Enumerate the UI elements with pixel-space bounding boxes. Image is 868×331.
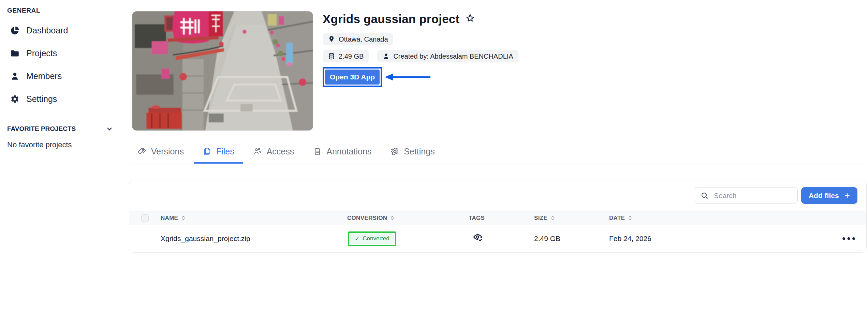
page-title: Xgrids gaussian project bbox=[323, 12, 459, 26]
tab-label: Access bbox=[267, 147, 294, 156]
main-content: Xgrids gaussian project Ottawa, Canada bbox=[120, 0, 868, 253]
gear-outline-icon bbox=[390, 147, 399, 156]
column-header-name[interactable]: NAME bbox=[161, 215, 347, 222]
sidebar: GENERAL Dashboard Projects Members bbox=[0, 0, 120, 331]
sidebar-item-projects[interactable]: Projects bbox=[0, 42, 120, 65]
annotation-highlight-converted: ✓ Converted bbox=[348, 231, 396, 246]
favorite-projects-label: FAVORITE PROJECTS bbox=[7, 125, 76, 133]
open-3d-app-button[interactable]: Open 3D App bbox=[325, 70, 380, 85]
table-header: NAME CONVERSION TAGS SIZE bbox=[129, 211, 866, 225]
pie-chart-icon bbox=[10, 26, 19, 35]
database-icon bbox=[328, 52, 335, 60]
created-by-badge: Created by: Abdessalam BENCHADLIA bbox=[377, 50, 518, 62]
sidebar-section-label: GENERAL bbox=[7, 7, 120, 14]
folder-icon bbox=[10, 49, 19, 58]
file-name: Xgrids_gaussian_project.zip bbox=[161, 235, 347, 243]
tab-versions[interactable]: Versions bbox=[129, 141, 192, 164]
row-actions-menu[interactable]: ••• bbox=[826, 237, 867, 241]
location-badge: Ottawa, Canada bbox=[323, 33, 393, 45]
tab-settings[interactable]: Settings bbox=[382, 141, 443, 164]
clipboard-icon bbox=[313, 147, 322, 156]
conversion-status-badge: ✓ Converted bbox=[350, 234, 394, 244]
sidebar-item-members[interactable]: Members bbox=[0, 65, 120, 88]
sidebar-item-dashboard[interactable]: Dashboard bbox=[0, 19, 120, 42]
location-pin-icon bbox=[328, 35, 335, 43]
tab-label: Annotations bbox=[326, 147, 371, 156]
star-icon bbox=[465, 13, 475, 24]
project-thumbnail bbox=[132, 11, 313, 131]
sidebar-item-label: Members bbox=[26, 71, 62, 81]
search-icon bbox=[701, 192, 709, 200]
column-header-size[interactable]: SIZE bbox=[534, 215, 609, 222]
search-input[interactable] bbox=[714, 192, 792, 200]
select-all-checkbox[interactable] bbox=[141, 214, 149, 222]
plus-icon: + bbox=[844, 191, 850, 200]
column-header-conversion[interactable]: CONVERSION bbox=[347, 215, 469, 222]
tab-label: Settings bbox=[404, 147, 435, 156]
tags-icon bbox=[137, 147, 147, 156]
column-header-date[interactable]: DATE bbox=[609, 215, 826, 222]
sidebar-item-label: Settings bbox=[26, 94, 57, 104]
tab-files[interactable]: Files bbox=[194, 141, 243, 164]
sort-icon bbox=[180, 215, 186, 221]
sidebar-divider bbox=[3, 117, 116, 117]
check-icon: ✓ bbox=[355, 235, 359, 242]
ellipsis-icon: ••• bbox=[842, 234, 857, 244]
table-row[interactable]: Xgrids_gaussian_project.zip ✓ Converted bbox=[129, 225, 866, 252]
search-box[interactable] bbox=[695, 187, 798, 204]
gear-icon bbox=[10, 94, 19, 104]
tab-access[interactable]: Access bbox=[245, 141, 303, 164]
eye-check-icon[interactable] bbox=[473, 232, 484, 243]
size-badge: 2.49 GB bbox=[323, 50, 369, 62]
sidebar-item-label: Dashboard bbox=[26, 26, 68, 35]
tab-label: Versions bbox=[151, 147, 184, 156]
chevron-down-icon bbox=[105, 125, 114, 133]
add-files-button[interactable]: Add files + bbox=[801, 187, 857, 204]
tab-label: Files bbox=[216, 147, 234, 156]
person-icon bbox=[382, 52, 390, 60]
files-panel: Add files + NAME CONVERSION TAGS bbox=[129, 180, 867, 253]
location-text: Ottawa, Canada bbox=[339, 35, 388, 43]
project-tabs: Versions Files Access bbox=[129, 141, 867, 164]
tab-annotations[interactable]: Annotations bbox=[304, 141, 380, 164]
people-icon bbox=[253, 147, 262, 156]
add-files-label: Add files bbox=[809, 192, 839, 200]
files-icon bbox=[203, 147, 212, 156]
created-by-text: Created by: Abdessalam BENCHADLIA bbox=[393, 52, 513, 60]
person-icon bbox=[10, 72, 19, 81]
sort-icon bbox=[550, 215, 556, 221]
annotation-arrow-icon bbox=[384, 73, 432, 81]
column-header-tags: TAGS bbox=[469, 215, 534, 222]
size-text: 2.49 GB bbox=[339, 52, 364, 60]
street-scene-image bbox=[132, 11, 313, 131]
favorite-projects-header[interactable]: FAVORITE PROJECTS bbox=[0, 125, 120, 133]
sort-icon bbox=[627, 215, 633, 221]
sidebar-item-settings[interactable]: Settings bbox=[0, 88, 120, 110]
favorite-star-button[interactable] bbox=[465, 13, 475, 25]
file-date: Feb 24, 2026 bbox=[609, 235, 826, 243]
sort-icon bbox=[389, 215, 395, 221]
annotation-highlight-open-3d-app: Open 3D App bbox=[323, 67, 382, 87]
sidebar-item-label: Projects bbox=[26, 48, 57, 58]
favorite-projects-empty-text: No favorite projects bbox=[7, 140, 120, 149]
file-size: 2.49 GB bbox=[534, 235, 609, 243]
